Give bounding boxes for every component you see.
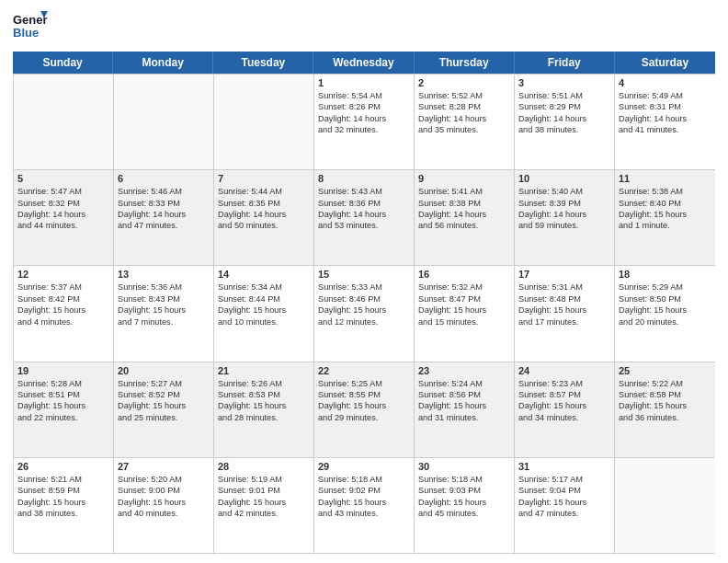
day-number: 31: [518, 461, 610, 472]
cal-cell: 26Sunrise: 5:21 AMSunset: 8:59 PMDayligh…: [14, 458, 114, 553]
cell-info: Sunrise: 5:40 AMSunset: 8:39 PMDaylight:…: [518, 186, 610, 232]
day-number: 8: [318, 173, 410, 184]
day-number: 11: [619, 173, 711, 184]
cell-info: Sunrise: 5:20 AMSunset: 9:00 PMDaylight:…: [118, 474, 210, 520]
cell-info: Sunrise: 5:24 AMSunset: 8:56 PMDaylight:…: [418, 378, 510, 424]
cal-cell: 12Sunrise: 5:37 AMSunset: 8:42 PMDayligh…: [14, 266, 114, 361]
calendar: SundayMondayTuesdayWednesdayThursdayFrid…: [13, 52, 715, 554]
page: General Blue SundayMondayTuesdayWednesda…: [0, 0, 728, 563]
cal-cell: 8Sunrise: 5:43 AMSunset: 8:36 PMDaylight…: [314, 170, 415, 265]
day-number: 10: [518, 173, 610, 184]
cell-info: Sunrise: 5:36 AMSunset: 8:43 PMDaylight:…: [118, 282, 210, 327]
week-row-1: 5Sunrise: 5:47 AMSunset: 8:32 PMDaylight…: [14, 169, 715, 265]
cell-info: Sunrise: 5:41 AMSunset: 8:38 PMDaylight:…: [418, 186, 510, 232]
day-number: 23: [418, 365, 510, 376]
cell-info: Sunrise: 5:38 AMSunset: 8:40 PMDaylight:…: [619, 186, 711, 232]
cal-cell: 19Sunrise: 5:28 AMSunset: 8:51 PMDayligh…: [14, 362, 114, 457]
cal-cell: 7Sunrise: 5:44 AMSunset: 8:35 PMDaylight…: [214, 170, 314, 265]
cal-cell: 31Sunrise: 5:17 AMSunset: 9:04 PMDayligh…: [515, 458, 615, 553]
cal-cell: 9Sunrise: 5:41 AMSunset: 8:38 PMDaylight…: [415, 170, 515, 265]
day-number: 6: [118, 173, 210, 184]
cell-info: Sunrise: 5:47 AMSunset: 8:32 PMDaylight:…: [17, 186, 109, 232]
cal-cell: 14Sunrise: 5:34 AMSunset: 8:44 PMDayligh…: [214, 266, 314, 361]
day-number: 30: [418, 461, 510, 472]
cal-cell: 1Sunrise: 5:54 AMSunset: 8:26 PMDaylight…: [314, 75, 415, 169]
day-header-wednesday: Wednesday: [313, 52, 414, 74]
day-number: 12: [17, 269, 109, 280]
cal-cell: 10Sunrise: 5:40 AMSunset: 8:39 PMDayligh…: [515, 170, 615, 265]
day-number: 16: [418, 269, 510, 280]
cal-cell: 25Sunrise: 5:22 AMSunset: 8:58 PMDayligh…: [615, 362, 715, 457]
cell-info: Sunrise: 5:17 AMSunset: 9:04 PMDaylight:…: [518, 474, 610, 520]
cal-cell: 4Sunrise: 5:49 AMSunset: 8:31 PMDaylight…: [615, 75, 715, 169]
svg-text:Blue: Blue: [13, 26, 39, 40]
day-number: 3: [518, 77, 610, 88]
cell-info: Sunrise: 5:21 AMSunset: 8:59 PMDaylight:…: [17, 474, 109, 520]
day-number: 29: [318, 461, 410, 472]
calendar-header: SundayMondayTuesdayWednesdayThursdayFrid…: [13, 52, 715, 74]
day-header-saturday: Saturday: [615, 52, 715, 74]
day-number: 19: [17, 365, 109, 376]
day-header-sunday: Sunday: [13, 52, 113, 74]
cal-cell: 28Sunrise: 5:19 AMSunset: 9:01 PMDayligh…: [214, 458, 314, 553]
cal-cell: 16Sunrise: 5:32 AMSunset: 8:47 PMDayligh…: [415, 266, 515, 361]
day-number: 20: [118, 365, 210, 376]
cell-info: Sunrise: 5:18 AMSunset: 9:03 PMDaylight:…: [418, 474, 510, 520]
day-header-thursday: Thursday: [415, 52, 515, 74]
cell-info: Sunrise: 5:32 AMSunset: 8:47 PMDaylight:…: [418, 282, 510, 327]
cal-cell: 5Sunrise: 5:47 AMSunset: 8:32 PMDaylight…: [14, 170, 114, 265]
day-number: 27: [118, 461, 210, 472]
day-number: 28: [218, 461, 310, 472]
day-number: 9: [418, 173, 510, 184]
cell-info: Sunrise: 5:22 AMSunset: 8:58 PMDaylight:…: [619, 378, 711, 424]
cal-cell: [14, 75, 114, 169]
cell-info: Sunrise: 5:28 AMSunset: 8:51 PMDaylight:…: [17, 378, 109, 424]
logo: General Blue: [13, 9, 48, 44]
week-row-4: 26Sunrise: 5:21 AMSunset: 8:59 PMDayligh…: [14, 457, 715, 553]
day-number: 26: [17, 461, 109, 472]
cal-cell: 13Sunrise: 5:36 AMSunset: 8:43 PMDayligh…: [114, 266, 214, 361]
cell-info: Sunrise: 5:27 AMSunset: 8:52 PMDaylight:…: [118, 378, 210, 424]
cell-info: Sunrise: 5:33 AMSunset: 8:46 PMDaylight:…: [318, 282, 410, 327]
day-header-friday: Friday: [515, 52, 615, 74]
cal-cell: 17Sunrise: 5:31 AMSunset: 8:48 PMDayligh…: [515, 266, 615, 361]
cal-cell: 20Sunrise: 5:27 AMSunset: 8:52 PMDayligh…: [114, 362, 214, 457]
cal-cell: 21Sunrise: 5:26 AMSunset: 8:53 PMDayligh…: [214, 362, 314, 457]
day-header-tuesday: Tuesday: [213, 52, 313, 74]
day-number: 17: [518, 269, 610, 280]
calendar-body: 1Sunrise: 5:54 AMSunset: 8:26 PMDaylight…: [13, 74, 715, 554]
day-number: 22: [318, 365, 410, 376]
cal-cell: 23Sunrise: 5:24 AMSunset: 8:56 PMDayligh…: [415, 362, 515, 457]
cal-cell: [114, 75, 214, 169]
week-row-2: 12Sunrise: 5:37 AMSunset: 8:42 PMDayligh…: [14, 265, 715, 361]
week-row-0: 1Sunrise: 5:54 AMSunset: 8:26 PMDaylight…: [14, 74, 715, 169]
day-number: 18: [619, 269, 711, 280]
cal-cell: 30Sunrise: 5:18 AMSunset: 9:03 PMDayligh…: [415, 458, 515, 553]
logo-svg: General Blue: [13, 9, 48, 44]
cal-cell: 27Sunrise: 5:20 AMSunset: 9:00 PMDayligh…: [114, 458, 214, 553]
day-number: 25: [619, 365, 711, 376]
day-number: 15: [318, 269, 410, 280]
cal-cell: 2Sunrise: 5:52 AMSunset: 8:28 PMDaylight…: [415, 75, 515, 169]
day-number: 7: [218, 173, 310, 184]
cell-info: Sunrise: 5:52 AMSunset: 8:28 PMDaylight:…: [418, 90, 510, 136]
cell-info: Sunrise: 5:44 AMSunset: 8:35 PMDaylight:…: [218, 186, 310, 232]
day-number: 1: [318, 77, 410, 88]
day-number: 14: [218, 269, 310, 280]
week-row-3: 19Sunrise: 5:28 AMSunset: 8:51 PMDayligh…: [14, 362, 715, 457]
day-number: 13: [118, 269, 210, 280]
cal-cell: [615, 458, 715, 553]
cell-info: Sunrise: 5:26 AMSunset: 8:53 PMDaylight:…: [218, 378, 310, 424]
day-number: 24: [518, 365, 610, 376]
cal-cell: 15Sunrise: 5:33 AMSunset: 8:46 PMDayligh…: [314, 266, 415, 361]
cal-cell: 24Sunrise: 5:23 AMSunset: 8:57 PMDayligh…: [515, 362, 615, 457]
cell-info: Sunrise: 5:51 AMSunset: 8:29 PMDaylight:…: [518, 90, 610, 136]
cell-info: Sunrise: 5:23 AMSunset: 8:57 PMDaylight:…: [518, 378, 610, 424]
cell-info: Sunrise: 5:34 AMSunset: 8:44 PMDaylight:…: [218, 282, 310, 327]
cell-info: Sunrise: 5:31 AMSunset: 8:48 PMDaylight:…: [518, 282, 610, 327]
cell-info: Sunrise: 5:19 AMSunset: 9:01 PMDaylight:…: [218, 474, 310, 520]
header: General Blue: [13, 9, 715, 44]
day-number: 5: [17, 173, 109, 184]
cal-cell: 29Sunrise: 5:18 AMSunset: 9:02 PMDayligh…: [314, 458, 415, 553]
day-number: 4: [619, 77, 711, 88]
